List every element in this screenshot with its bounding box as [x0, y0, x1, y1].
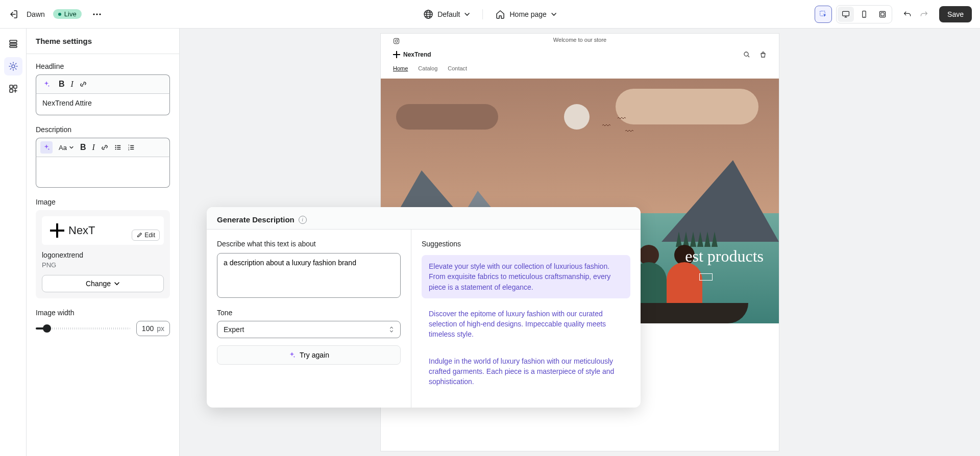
suggestion-item[interactable]: Discover the epitome of luxury fashion w… — [422, 302, 630, 346]
headline-label: Headline — [36, 62, 170, 70]
headline-toolbar: B I — [36, 74, 170, 94]
bold-button[interactable]: B — [59, 80, 65, 89]
settings-button[interactable] — [4, 57, 22, 75]
cart-icon[interactable] — [760, 51, 767, 58]
sidebar-title: Theme settings — [27, 29, 179, 54]
svg-rect-13 — [10, 46, 17, 47]
svg-rect-9 — [879, 11, 885, 17]
locale-label: Default — [437, 10, 460, 18]
suggestion-item[interactable]: Elevate your style with our collection o… — [422, 255, 630, 298]
top-bar: Dawn Live Default Home page — [0, 0, 980, 29]
svg-rect-10 — [881, 12, 884, 15]
numbered-list-button[interactable]: 123 — [128, 144, 135, 151]
image-filetype: PNG — [42, 261, 164, 269]
live-badge: Live — [53, 9, 82, 19]
svg-point-20 — [115, 148, 116, 149]
edit-image-button[interactable]: Edit — [132, 230, 160, 241]
exit-icon[interactable] — [8, 9, 18, 19]
hero-heading: est products — [685, 247, 764, 266]
locale-selector[interactable]: Default — [423, 9, 470, 19]
desktop-view-button[interactable] — [838, 7, 854, 22]
chevron-down-icon — [551, 11, 557, 17]
description-input[interactable] — [36, 157, 170, 188]
search-icon[interactable] — [743, 51, 750, 58]
home-icon — [495, 9, 505, 19]
svg-point-14 — [12, 65, 15, 68]
svg-rect-16 — [14, 85, 17, 88]
chevron-down-icon — [114, 281, 120, 287]
change-image-button[interactable]: Change — [42, 275, 164, 292]
svg-point-26 — [398, 39, 398, 40]
svg-rect-6 — [843, 11, 849, 16]
inspector-button[interactable] — [815, 6, 832, 23]
image-thumbnail[interactable]: NexT Edit — [42, 216, 164, 245]
page-label: Home page — [509, 10, 546, 18]
sections-button[interactable] — [4, 35, 22, 53]
suggestion-item[interactable]: Indulge in the world of luxury fashion w… — [422, 350, 630, 393]
globe-icon — [423, 9, 433, 19]
svg-rect-11 — [10, 40, 17, 42]
link-button[interactable] — [101, 144, 108, 151]
viewport-switcher — [836, 5, 892, 23]
info-icon[interactable]: i — [299, 216, 307, 224]
tone-label: Tone — [217, 309, 401, 317]
popup-title: Generate Description — [217, 215, 295, 224]
headline-input[interactable]: NexTrend Attire — [36, 94, 170, 115]
svg-text:3: 3 — [128, 148, 130, 151]
description-label: Description — [36, 125, 170, 134]
svg-rect-17 — [10, 89, 13, 92]
generate-description-popup: Generate Description i Describe what thi… — [207, 207, 641, 408]
select-arrows-icon — [389, 325, 394, 334]
svg-point-1 — [96, 13, 97, 15]
nav-catalog[interactable]: Catalog — [418, 65, 437, 71]
preview-nav: Home Catalog Contact — [381, 63, 779, 79]
svg-point-2 — [99, 13, 101, 15]
suggestions-title: Suggestions — [422, 240, 630, 248]
italic-button[interactable]: I — [92, 143, 94, 152]
svg-point-18 — [115, 145, 116, 146]
svg-rect-12 — [10, 43, 17, 45]
sparkle-icon — [288, 351, 296, 359]
chevron-down-icon — [464, 11, 470, 17]
image-block: NexT Edit logonextrend PNG Change — [36, 210, 170, 298]
announcement-bar: Welcome to our store — [381, 34, 779, 46]
image-width-value[interactable]: 100 px — [136, 321, 170, 336]
preview-brand[interactable]: NexTrend — [393, 51, 431, 58]
svg-point-8 — [864, 16, 864, 16]
page-selector[interactable]: Home page — [495, 9, 556, 19]
undo-button[interactable] — [900, 7, 915, 21]
instagram-icon[interactable] — [393, 38, 400, 44]
logo-preview: NexT — [50, 223, 95, 238]
prompt-label: Describe what this text is about — [217, 240, 401, 248]
svg-point-25 — [395, 40, 398, 42]
description-toolbar: Aa B I 123 — [36, 138, 170, 157]
bullet-list-button[interactable] — [114, 144, 121, 151]
try-again-button[interactable]: Try again — [217, 345, 401, 365]
hero-cta-button[interactable] — [699, 273, 713, 281]
left-rail — [0, 29, 27, 456]
paragraph-style-button[interactable]: Aa — [59, 144, 74, 151]
nav-home[interactable]: Home — [393, 65, 408, 71]
italic-button[interactable]: I — [71, 80, 74, 89]
divider — [482, 9, 483, 19]
apps-button[interactable] — [4, 80, 22, 98]
nav-contact[interactable]: Contact — [448, 65, 467, 71]
settings-sidebar: Theme settings Headline B I NexTrend Att… — [27, 29, 180, 456]
image-width-label: Image width — [36, 309, 170, 317]
bold-button[interactable]: B — [80, 143, 86, 152]
svg-point-27 — [744, 52, 748, 56]
ai-sparkle-button[interactable] — [40, 78, 53, 90]
svg-rect-15 — [10, 85, 13, 88]
image-width-slider[interactable] — [36, 327, 130, 330]
mobile-view-button[interactable] — [856, 7, 872, 22]
image-filename: logonextrend — [42, 251, 164, 259]
tone-select[interactable]: Expert — [217, 321, 401, 338]
link-button[interactable] — [80, 81, 87, 88]
save-button[interactable]: Save — [939, 6, 972, 22]
prompt-input[interactable]: a description about a luxury fashion bra… — [217, 253, 401, 298]
svg-point-19 — [115, 147, 116, 148]
more-menu-button[interactable] — [90, 7, 104, 21]
ai-sparkle-button[interactable] — [40, 141, 53, 154]
redo-button[interactable] — [917, 7, 931, 21]
fullscreen-view-button[interactable] — [874, 7, 891, 22]
